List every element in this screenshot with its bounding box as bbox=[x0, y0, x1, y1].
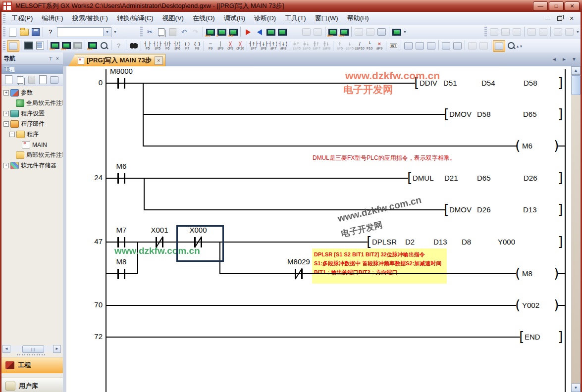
statement-jump-button[interactable] bbox=[376, 27, 387, 38]
comment-display-button[interactable] bbox=[493, 40, 505, 52]
scroll-up-icon[interactable]: ▲ bbox=[571, 66, 581, 75]
menu-item[interactable]: 工具(T) bbox=[280, 12, 311, 24]
ladder-symbol-F5-button[interactable]: ┤ ├F5 bbox=[143, 40, 153, 52]
navigation-window-button[interactable] bbox=[7, 40, 19, 52]
ladder-symbol-aF8-button[interactable]: ┤↓╎aF8 bbox=[278, 40, 288, 52]
instruction-DMOV[interactable]: DMOV bbox=[449, 109, 472, 119]
ladder-symbol-sF9-button[interactable]: │sF9 bbox=[215, 40, 225, 52]
ladder-symbol-F10-button[interactable]: └F10 bbox=[365, 40, 374, 52]
help-button[interactable]: ? bbox=[45, 27, 56, 38]
mdi-restore-button[interactable] bbox=[554, 14, 566, 23]
menu-item[interactable]: 在线(O) bbox=[188, 12, 219, 24]
menu-item[interactable]: 诊断(D) bbox=[250, 12, 280, 24]
toolbar-overflow-icon[interactable]: ▲▼ bbox=[517, 45, 522, 48]
operand-D58[interactable]: D58 bbox=[477, 109, 491, 119]
coil-M8[interactable]: M8 bbox=[522, 269, 532, 279]
ladder-symbol-aF7-button[interactable]: ┤↑╎aF7 bbox=[268, 40, 278, 52]
device-display-button[interactable]: Dev bbox=[87, 40, 98, 51]
ladder-symbol-F7-button[interactable]: ( )F7 bbox=[182, 40, 192, 52]
refresh-button[interactable] bbox=[49, 74, 60, 85]
monitor-write-mode-button[interactable]: ≥ bbox=[216, 27, 227, 38]
copy-button[interactable] bbox=[156, 27, 167, 38]
tree-item-软元件存储器[interactable]: +软元件存储器 bbox=[1, 160, 63, 171]
panel-close-icon[interactable]: × bbox=[54, 56, 61, 61]
menu-item[interactable]: 编辑(E) bbox=[37, 12, 67, 24]
tree-expander-icon[interactable]: + bbox=[3, 163, 9, 168]
tab-scroll-left-icon[interactable]: ◄ bbox=[552, 56, 557, 62]
operand-D13[interactable]: D13 bbox=[523, 205, 537, 215]
tree-item-程序设置[interactable]: +程序设置 bbox=[1, 108, 63, 119]
minimize-button[interactable]: — bbox=[533, 1, 548, 11]
contact-M8000[interactable] bbox=[124, 78, 125, 89]
edit-block-button[interactable] bbox=[425, 40, 437, 51]
operand-D8[interactable]: D8 bbox=[462, 237, 471, 247]
ladder-symbol-caF10-button[interactable]: /caF10 bbox=[355, 40, 365, 52]
new-data-button[interactable] bbox=[3, 74, 14, 85]
verify-with-plc-button[interactable] bbox=[265, 27, 276, 38]
instruction-DMUL[interactable]: DMUL bbox=[413, 173, 434, 183]
tree-expander-icon[interactable]: - bbox=[9, 132, 15, 137]
tree-item-MAIN[interactable]: MAIN bbox=[1, 140, 63, 150]
instruction-END[interactable]: END bbox=[525, 332, 540, 342]
contact-M8000[interactable] bbox=[117, 78, 119, 89]
cut-button[interactable]: ✂ bbox=[144, 27, 156, 38]
tree-expander-icon[interactable]: + bbox=[3, 90, 9, 96]
ladder-symbol-F6-button[interactable]: ┤/├F6 bbox=[162, 40, 172, 52]
project-combobox[interactable]: ▼ bbox=[57, 27, 111, 37]
nav-tab-userlib[interactable]: 用户库 bbox=[1, 378, 63, 392]
inline-st-button[interactable] bbox=[440, 40, 452, 51]
operand-D26[interactable]: D26 bbox=[477, 205, 491, 215]
operand-D65[interactable]: D65 bbox=[523, 109, 537, 119]
device-label[interactable]: M8000 bbox=[99, 67, 144, 75]
ladder-symbol-F8-button[interactable]: { }F8 bbox=[192, 40, 202, 52]
ladder-symbol-sF8-button[interactable]: ┤↓├sF8 bbox=[259, 40, 268, 52]
open-project-button[interactable] bbox=[18, 27, 30, 38]
statement-edit-button[interactable] bbox=[452, 40, 463, 51]
tree-expander-icon[interactable]: - bbox=[3, 121, 9, 127]
ladder-symbol-sF7-button[interactable]: ┤↑├sF7 bbox=[249, 40, 259, 52]
panel-splitter[interactable] bbox=[2, 353, 61, 356]
coil-Y002[interactable]: Y002 bbox=[522, 300, 539, 310]
device-find-button[interactable] bbox=[98, 40, 109, 51]
new-project-button[interactable] bbox=[7, 27, 18, 38]
monitor-stop-button[interactable]: H-O bbox=[227, 27, 239, 38]
ladder-symbol-cF9-button[interactable]: ╳cF9 bbox=[225, 40, 235, 52]
instruction-DMOV[interactable]: DMOV bbox=[449, 205, 472, 215]
save-project-button[interactable] bbox=[30, 27, 41, 38]
operand-Y000[interactable]: Y000 bbox=[498, 237, 515, 247]
find-binoculars-button[interactable] bbox=[128, 40, 139, 51]
device-display-2-button[interactable]: Dev bbox=[338, 27, 350, 38]
edit-line-button[interactable] bbox=[403, 40, 414, 51]
nav-tab-project[interactable]: 工程 bbox=[1, 357, 63, 373]
operand-D26[interactable]: D26 bbox=[524, 173, 537, 183]
ladder-symbol-sF5-button[interactable]: ┤╎├sF5 bbox=[153, 40, 162, 52]
operand-D54[interactable]: D54 bbox=[481, 78, 495, 88]
close-button[interactable]: ✕ bbox=[565, 1, 580, 11]
device-label[interactable]: M8 bbox=[99, 257, 144, 266]
operand-D58[interactable]: D58 bbox=[524, 78, 537, 88]
menu-item[interactable]: 调试(B) bbox=[219, 12, 250, 24]
tree-item-程序部件[interactable]: -程序部件 bbox=[1, 119, 63, 129]
tab-main-program[interactable]: [PRG]写入 MAIN 73步 × bbox=[68, 54, 165, 66]
device-use-list-button[interactable]: Dev bbox=[60, 40, 72, 51]
operand-D51[interactable]: D51 bbox=[443, 78, 457, 88]
monitor-mode-button[interactable]: Dev bbox=[205, 27, 216, 38]
write-to-plc-button[interactable] bbox=[242, 27, 254, 38]
scroll-track[interactable]: ||| bbox=[10, 345, 53, 352]
toolbar-overflow-icon[interactable]: ▼ bbox=[112, 30, 118, 34]
pin-icon[interactable]: ⊤ bbox=[47, 56, 54, 61]
coil-M6[interactable]: M6 bbox=[522, 141, 532, 151]
ladder-symbol-sF6-button[interactable]: ┤/╎sF6 bbox=[172, 40, 182, 52]
mdi-minimize-button[interactable]: — bbox=[542, 14, 554, 23]
data-property-button[interactable] bbox=[37, 74, 49, 85]
device-display-1-button[interactable]: Dev bbox=[327, 27, 338, 38]
device-label[interactable]: M6 bbox=[99, 162, 144, 170]
copy-data-button[interactable] bbox=[14, 74, 26, 85]
ladder-symbol-F9-button[interactable]: ─F9 bbox=[206, 40, 215, 52]
output-window-button[interactable] bbox=[34, 40, 46, 51]
device-label[interactable]: X001 bbox=[137, 226, 182, 234]
nav-horizontal-scrollbar[interactable]: ◄ ||| ► bbox=[2, 345, 61, 352]
device-label[interactable]: M8029 bbox=[276, 257, 321, 266]
menu-item[interactable]: 窗口(W) bbox=[311, 12, 343, 24]
menu-item[interactable]: 搜索/替换(F) bbox=[68, 12, 112, 24]
